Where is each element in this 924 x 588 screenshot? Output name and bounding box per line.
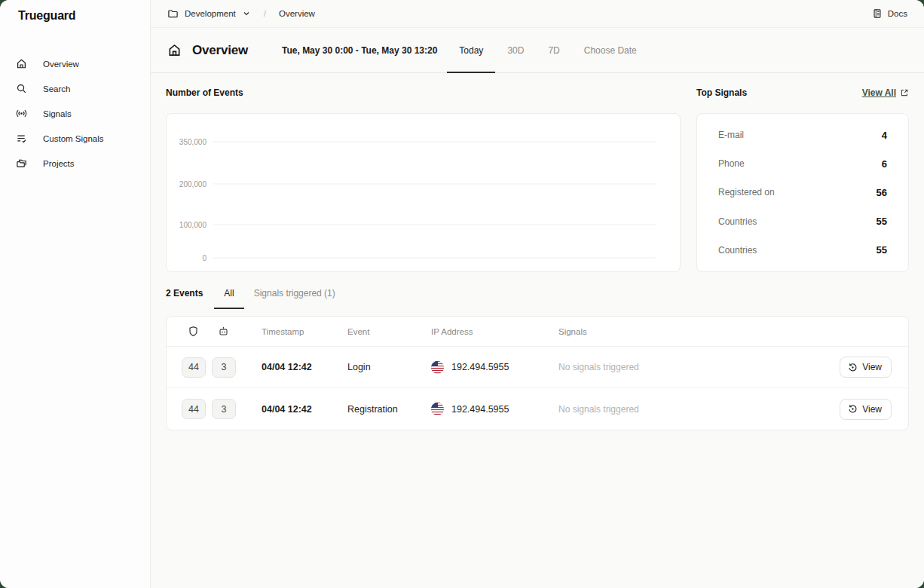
view-all-link[interactable]: View All <box>862 87 909 98</box>
signal-row-countries[interactable]: Countries 55 <box>697 207 908 236</box>
signal-row-registered-on[interactable]: Registered on 56 <box>697 178 908 207</box>
page-header: Overview Tue, May 30 0:00 - Tue, May 30 … <box>151 28 924 73</box>
sidebar-item-search[interactable]: Search <box>0 76 150 101</box>
sidebar-item-signals[interactable]: Signals <box>0 101 150 126</box>
sidebar-nav: Overview Search Signals Custom Signals <box>0 51 150 176</box>
view-button-label: View <box>862 362 882 372</box>
signals-icon <box>16 108 27 119</box>
y-tick-label: 350,000 <box>167 138 213 146</box>
cell-signals: No signals triggered <box>558 362 831 372</box>
col-timestamp: Timestamp <box>262 327 347 336</box>
top-signals-section: Top Signals View All E-mail 4 <box>696 73 909 272</box>
y-tick-label: 200,000 <box>167 180 213 188</box>
us-flag-icon <box>431 403 444 415</box>
ip-value: 192.494.5955 <box>451 362 509 372</box>
sidebar-item-label: Signals <box>43 109 72 118</box>
cell-event: Registration <box>347 404 431 415</box>
project-switcher[interactable]: Development <box>167 8 251 20</box>
bot-icon <box>212 326 235 337</box>
history-icon <box>848 363 858 372</box>
tab-all-events[interactable]: All <box>214 284 243 309</box>
events-chart-section: Number of Events 350,000 200,000 100,000 <box>166 73 681 272</box>
risk-score-badge: 44 <box>182 399 206 419</box>
events-table-header: Timestamp Event IP Address Signals <box>167 317 908 347</box>
risk-score-badge: 44 <box>182 357 206 378</box>
view-button[interactable]: View <box>840 357 892 378</box>
y-tick-label: 0 <box>167 254 213 262</box>
tab-today[interactable]: Today <box>447 28 495 72</box>
signal-value: 55 <box>877 216 887 227</box>
cell-timestamp: 04/04 12:42 <box>262 404 347 415</box>
sidebar-item-custom-signals[interactable]: Custom Signals <box>0 126 150 151</box>
signal-row-countries-2[interactable]: Countries 55 <box>697 236 908 265</box>
table-row[interactable]: 44 3 04/04 12:42 Login 192.494.5955 No s… <box>167 347 908 388</box>
view-all-label: View All <box>862 87 896 98</box>
brand-logo: Trueguard <box>0 0 150 32</box>
page-title: Overview <box>192 43 248 58</box>
sidebar: Trueguard Overview Search Signals <box>0 0 151 588</box>
sidebar-item-label: Search <box>43 84 70 93</box>
cell-ip-address: 192.494.5955 <box>431 403 558 415</box>
col-ip-address: IP Address <box>431 327 558 336</box>
overview-home-icon <box>166 42 182 59</box>
custom-signals-icon <box>16 133 27 144</box>
tab-signals-triggered[interactable]: Signals triggered (1) <box>244 284 345 309</box>
signal-value: 56 <box>877 187 887 198</box>
top-signals-card: E-mail 4 Phone 6 Registered on 56 Coun <box>696 113 909 272</box>
sidebar-item-projects[interactable]: Projects <box>0 151 150 176</box>
search-icon <box>16 83 27 94</box>
signal-label: Countries <box>718 216 757 227</box>
table-row[interactable]: 44 3 04/04 12:42 Registration 192.494.59… <box>167 388 908 430</box>
events-tabs: 2 Events All Signals triggered (1) <box>166 284 909 312</box>
folder-icon <box>167 8 179 20</box>
top-signals-title: Top Signals <box>696 87 747 98</box>
topbar: Development / Overview Docs <box>151 0 924 28</box>
signal-value: 4 <box>882 130 887 141</box>
sidebar-item-label: Projects <box>43 159 75 168</box>
chart-title: Number of Events <box>166 87 243 98</box>
signal-label: Phone <box>718 158 745 169</box>
col-event: Event <box>347 327 431 336</box>
docs-button[interactable]: Docs <box>872 8 907 19</box>
sidebar-item-overview[interactable]: Overview <box>0 51 150 76</box>
events-count: 2 Events <box>166 284 203 299</box>
tab-7d[interactable]: 7D <box>536 28 571 72</box>
bot-score-badge: 3 <box>212 357 236 378</box>
events-table: Timestamp Event IP Address Signals 44 3 … <box>166 316 909 430</box>
date-range-tabs: Today 30D 7D Choose Date <box>447 28 648 72</box>
cell-ip-address: 192.494.5955 <box>431 361 558 374</box>
breadcrumb-current: Overview <box>279 9 315 18</box>
gridline-200000: 200,000 <box>167 180 656 188</box>
signal-value: 55 <box>877 244 887 256</box>
events-chart: 350,000 200,000 100,000 0 <box>166 113 681 272</box>
y-tick-label: 100,000 <box>167 221 213 229</box>
view-button[interactable]: View <box>840 399 892 420</box>
signal-label: Registered on <box>718 187 775 198</box>
sidebar-item-label: Overview <box>43 60 79 69</box>
cell-timestamp: 04/04 12:42 <box>262 362 347 372</box>
bot-score-badge: 3 <box>212 399 236 419</box>
signal-row-email[interactable]: E-mail 4 <box>697 121 908 149</box>
sidebar-item-label: Custom Signals <box>43 134 104 143</box>
us-flag-icon <box>431 361 444 374</box>
app-window: Trueguard Overview Search Signals <box>0 0 924 588</box>
gridline-350000: 350,000 <box>167 138 656 146</box>
external-link-icon <box>900 88 909 97</box>
signal-row-phone[interactable]: Phone 6 <box>697 149 908 178</box>
book-icon <box>872 8 883 19</box>
gridline-0: 0 <box>167 254 656 262</box>
projects-icon <box>16 158 27 169</box>
gridline-100000: 100,000 <box>167 221 656 229</box>
main-area: Development / Overview Docs Overview Tue… <box>151 0 924 588</box>
ip-value: 192.494.5955 <box>451 404 509 415</box>
tab-30d[interactable]: 30D <box>495 28 536 72</box>
home-icon <box>16 58 27 69</box>
tab-choose-date[interactable]: Choose Date <box>572 28 649 72</box>
breadcrumb-separator: / <box>264 9 266 18</box>
history-icon <box>848 404 858 414</box>
view-button-label: View <box>862 404 882 415</box>
cell-event: Login <box>347 362 431 372</box>
docs-label: Docs <box>888 9 907 18</box>
chevron-down-icon <box>242 9 251 18</box>
date-range-label: Tue, May 30 0:00 - Tue, May 30 13:20 <box>282 45 437 56</box>
